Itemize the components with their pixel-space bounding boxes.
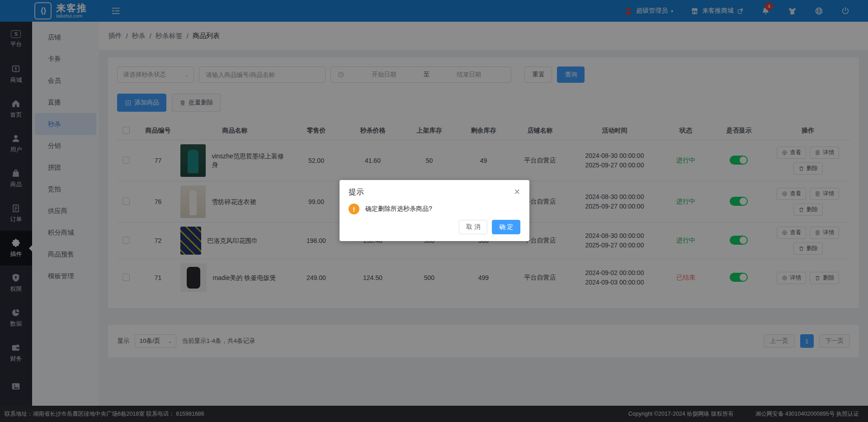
cancel-button[interactable]: 取 消	[459, 220, 487, 234]
admin-page: ⟨⟩ 来客推 laiketui.com 超级管理员 ▾	[0, 0, 868, 422]
confirm-delete-dialog: 提示 ✕ ! 确定删除所选秒杀商品? 取 消 确 定	[340, 180, 529, 241]
warning-icon: !	[349, 204, 359, 214]
confirm-button[interactable]: 确 定	[492, 220, 520, 234]
close-icon[interactable]: ✕	[514, 188, 520, 196]
dialog-message: 确定删除所选秒杀商品?	[365, 205, 432, 213]
dialog-title: 提示	[349, 187, 364, 197]
